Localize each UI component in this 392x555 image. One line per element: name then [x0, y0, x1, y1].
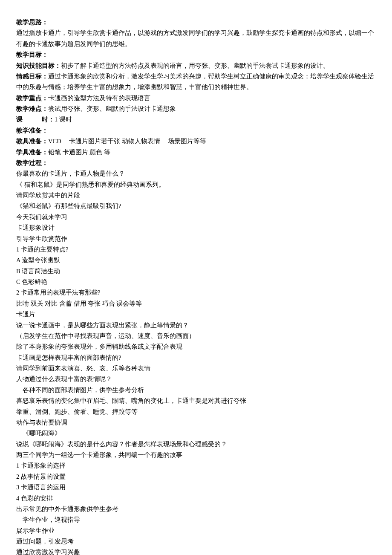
body-line: 展示学生作业 [16, 526, 375, 536]
body-text: VCD 卡通片图片若干张 动物人物表情 场景图片等等 [48, 138, 207, 145]
body-line: 比喻 双关 对比 含蓄 借用 夸张 巧合 误会等等 [16, 298, 375, 309]
section-class-hours: 课 时：1 课时 [16, 114, 375, 125]
body-line: 出示常见的中外卡通形象供学生参考 [16, 504, 375, 515]
body-line: B 语言简洁生动 [16, 266, 375, 277]
body-text: 1 课时 [55, 116, 72, 123]
section-difficulty: 教学难点：尝试用夸张、变形、幽默的手法设计卡通想象 [16, 104, 375, 114]
label-text: 教学目标： [16, 51, 48, 58]
body-line: 《 猫和老鼠》是同学们熟悉和喜爱的经典动画系列。 [16, 179, 375, 190]
body-line: 学生作业，巡视指导 [16, 515, 375, 525]
body-line: 说一说卡通画中，是从哪些方面表现出紧张，静止等情景的？ [16, 320, 375, 331]
body-text: 卡通画的造型方法及特有的表现语言 [48, 95, 150, 101]
body-line: 各种不同的面部表情图片，供学生参考分析 [16, 385, 375, 396]
body-line: 请同学欣赏其中的片段 [16, 190, 375, 201]
body-line: 1 卡通形象的选择 [16, 460, 375, 471]
body-line: 卡通画是怎样表现丰富的面部表情的? [16, 353, 375, 363]
section-preparation-label: 教学准备： [16, 125, 375, 136]
section-teaching-ideas-body: 通过播放卡通片，引导学生欣赏卡通作品，以游戏的方式激发同学们的学习兴趣，鼓励学生… [16, 28, 375, 49]
body-text: 尝试用夸张、变形、幽默的手法设计卡通想象 [48, 105, 176, 112]
section-teaching-aids: 教具准备：VCD 卡通片图片若干张 动物人物表情 场景图片等等 [16, 136, 375, 147]
body-line: 举重、滑倒、跑步、偷看、睡觉、摔跤等等 [16, 407, 375, 417]
body-line: 人物通过什么表现丰富的表情呢？ [16, 374, 375, 384]
body-line: A 造型夸张幽默 [16, 255, 375, 266]
label-text: 教具准备： [16, 138, 48, 145]
section-knowledge-skills: 知识技能目标：初步了解卡通造型的方法特点及表现的语言，用夸张、变形、幽默的手法尝… [16, 61, 375, 71]
label-text: 学具准备： [16, 149, 48, 156]
label-text: 教学思路： [16, 19, 48, 26]
body-line: 4 色彩的安排 [16, 493, 375, 504]
body-line: 通过问题，引发思考 [16, 536, 375, 547]
body-line: 你最喜欢的卡通片，卡通人物是什么？ [16, 168, 375, 179]
body-text: 初步了解卡通造型的方法特点及表现的语言，用夸张、变形、幽默的手法尝试卡通形象的设… [61, 62, 329, 69]
body-line: 通过欣赏激发学习兴趣 [16, 547, 375, 555]
lesson-body: 你最喜欢的卡通片，卡通人物是什么？《 猫和老鼠》是同学们熟悉和喜爱的经典动画系列… [16, 168, 375, 555]
label-text: 课 时： [16, 116, 55, 123]
section-objectives-label: 教学目标： [16, 49, 375, 60]
section-learning-aids: 学具准备：铅笔 卡通图片 颜色 等 [16, 147, 375, 158]
body-line: 除了本身形象的夸张表现外，多用辅助线条或文字配合表现 [16, 341, 375, 352]
body-line: 说说《哪吒闹海》表现的是什么内容？作者是怎样表现场景和心理感受的？ [16, 439, 375, 450]
body-line: 2 故事情景的设置 [16, 471, 375, 482]
section-key-point: 教学重点：卡通画的造型方法及特有的表现语言 [16, 93, 375, 104]
body-line: 引导学生欣赏范作 [16, 234, 375, 244]
label-text: 教学重点： [16, 95, 48, 101]
body-line: 动作与表情要协调 [16, 417, 375, 428]
body-line: 《猫和老鼠》有那些特点最吸引我们? [16, 201, 375, 211]
body-line: 请同学到前面来表演喜、怒、哀、乐等各种表情 [16, 363, 375, 374]
body-line: 3 卡通语言的运用 [16, 482, 375, 493]
body-line: 两三个同学为一组选一个卡通形象，共同编一个有趣的故事 [16, 450, 375, 460]
body-line: C 色彩鲜艳 [16, 277, 375, 287]
section-emotional-goal: 情感目标：通过卡通形象的欣赏和分析，激发学生学习美术的兴趣，帮助学生树立正确健康… [16, 71, 375, 93]
body-line: （启发学生在范作中寻找表现声音，运动、速度、音乐的画面） [16, 331, 375, 341]
label-text: 情感目标： [16, 73, 48, 80]
body-text: 通过卡通形象的欣赏和分析，激发学生学习美术的兴趣，帮助学生树立正确健康的审美观念… [16, 73, 374, 90]
label-text: 教学过程： [16, 159, 48, 166]
section-teaching-ideas-label: 教学思路： [16, 17, 375, 28]
label-text: 教学难点： [16, 105, 48, 112]
section-process-label: 教学过程： [16, 158, 375, 168]
body-line: 卡通形象设计 [16, 223, 375, 233]
body-line: 卡通片 [16, 309, 375, 320]
label-text: 教学准备： [16, 127, 48, 134]
body-line: 1 卡通的主要特点? [16, 244, 375, 255]
body-line: 2 卡通常用的表现手法有那些? [16, 287, 375, 298]
body-line: 今天我们就来学习 [16, 212, 375, 223]
body-text: 铅笔 卡通图片 颜色 等 [48, 149, 110, 156]
label-text: 知识技能目标： [16, 62, 61, 69]
body-line: 喜怒哀乐表情的变化集中在眉毛、眼睛、嘴角的变化上，卡通主要是对其进行夸张 [16, 396, 375, 406]
body-line: 《哪吒闹海》 [16, 428, 375, 439]
